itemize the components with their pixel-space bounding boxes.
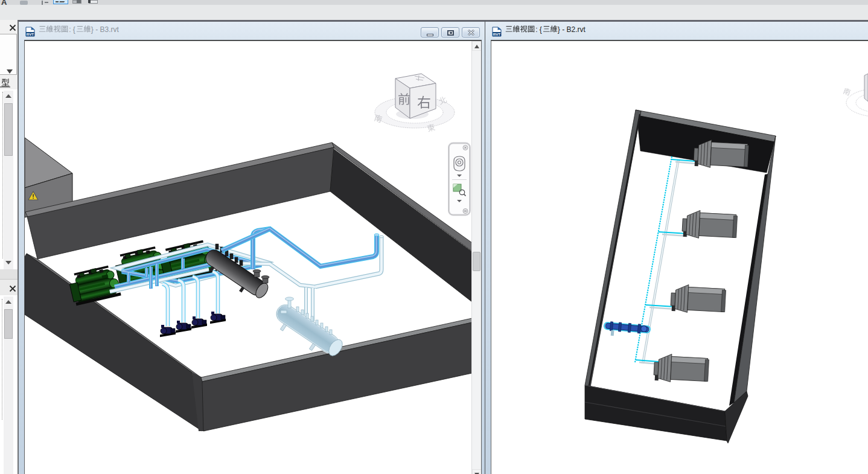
svg-text:: {: : { [69,25,75,34]
svg-text:RVT: RVT [493,32,500,36]
svg-text:: {: : { [535,25,542,34]
svg-text:} - B2.rvt: } - B2.rvt [558,25,586,34]
svg-text:RVT: RVT [27,32,34,36]
svg-text:} - B3.rvt: } - B3.rvt [91,25,120,34]
